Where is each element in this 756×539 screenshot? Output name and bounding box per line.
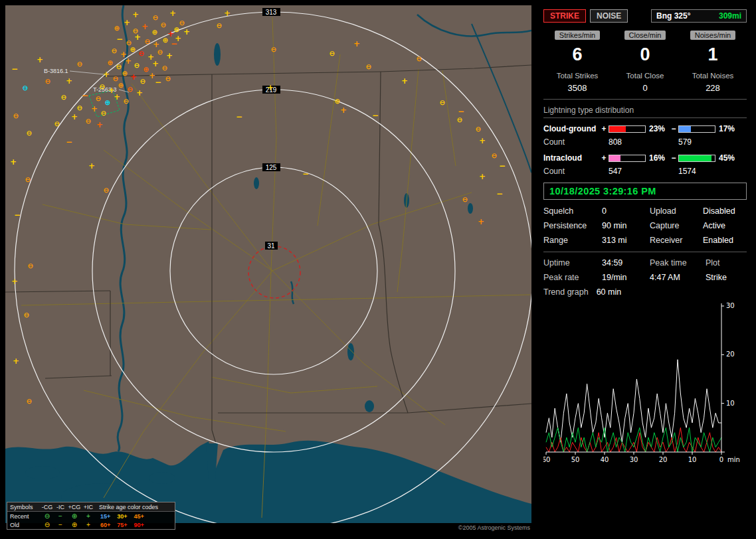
peak-time-value: 4:47 AM	[650, 273, 706, 282]
cloud-ground-row: Cloud-ground + 23% − 17%	[543, 124, 747, 133]
strike-symbol: −	[236, 112, 242, 121]
ring-label-313: 313	[266, 9, 277, 16]
strike-symbol: +	[175, 34, 181, 43]
strike-symbol: ⊖	[179, 19, 185, 27]
peak-rate-value: 19/min	[602, 273, 650, 282]
strike-symbol: +	[10, 157, 17, 167]
strike-symbol: −	[499, 161, 506, 171]
axis-tick-label: 40	[601, 456, 609, 463]
legend-old-label: Old	[10, 522, 41, 528]
squelch-value: 0	[602, 206, 650, 216]
strike-symbol: +	[183, 27, 190, 37]
ic-plus-bar	[609, 155, 646, 162]
strike-symbol: ⊖	[45, 77, 51, 85]
strike-symbol: ⊖	[128, 85, 134, 93]
total-close-value: 0	[611, 83, 679, 93]
ic-plus-percent: 16%	[648, 153, 669, 163]
close-per-min-badge: Close/min	[624, 31, 666, 40]
strike-symbol: ⊕	[122, 69, 128, 77]
uptime-label: Uptime	[543, 258, 602, 268]
age-code: 75+	[117, 522, 127, 528]
strike-symbol: +	[134, 33, 141, 42]
noises-per-min-badge: Noises/min	[690, 31, 735, 40]
axis-tick-label: 50	[571, 456, 580, 463]
trend-graph-chart: 3020106050403020100min	[543, 299, 747, 467]
total-noises-value: 228	[679, 83, 747, 93]
persistence-label: Persistence	[543, 221, 602, 230]
strike-symbol: ⊖	[492, 151, 498, 159]
strike-symbol: ⊖	[271, 45, 277, 53]
strike-symbol: −	[82, 91, 88, 100]
strike-mode-button[interactable]: STRIKE	[543, 9, 586, 23]
range-ring-label: 313	[262, 8, 280, 16]
age-codes-recent: 15+30+45+	[95, 513, 172, 520]
bearing-label: Bng 325°	[656, 11, 690, 21]
strike-symbol: −	[116, 35, 123, 44]
strike-symbol: +	[124, 18, 130, 27]
radar-map-area[interactable]: 313 219 125 31 B-3816.1 T-2563.3	[5, 5, 531, 534]
strikes-per-min-badge: Strikes/min	[555, 31, 600, 40]
old-pos-cg-icon: ⊕	[67, 520, 82, 529]
strike-symbol: ⊖	[457, 116, 463, 123]
trend-graph-window: 60 min	[597, 287, 622, 297]
recent-neg-cg-icon: ⊖	[41, 512, 54, 520]
old-neg-ic-icon: −	[54, 520, 67, 529]
trend-graph-background	[543, 299, 747, 467]
app-window: 313 219 125 31 B-3816.1 T-2563.3	[0, 0, 756, 539]
strike-symbol: −	[496, 189, 503, 198]
strike-symbol: ⊖	[134, 61, 140, 69]
strike-symbol: +	[353, 39, 360, 48]
strike-symbol: ⊖	[61, 93, 67, 101]
strike-symbol: ⊖	[217, 21, 223, 29]
age-code: 60+	[100, 522, 110, 528]
capture-status: Active	[703, 221, 747, 230]
strike-symbol: ⊕	[108, 58, 114, 66]
strike-symbol: ⊕	[152, 28, 158, 36]
noises-rate-column: Noises/min 1 Total Noises 228	[679, 31, 747, 93]
strike-symbol: ⊖	[24, 311, 30, 319]
strike-symbol: +	[340, 106, 347, 115]
range-value: 313 mi	[602, 236, 650, 245]
strike-symbol: +	[169, 9, 176, 18]
datetime-display: 10/18/2025 3:29:16 PM	[543, 183, 747, 200]
bearing-display: Bng 325° 309mi	[651, 9, 747, 23]
ic-minus-bar	[678, 155, 715, 162]
persistence-value: 90 min	[602, 221, 650, 230]
strike-symbol: +	[136, 88, 143, 98]
strike-symbol: +	[125, 56, 132, 66]
strike-symbol: +	[114, 92, 120, 102]
radar-map[interactable]: 313 219 125 31 B-3816.1 T-2563.3	[5, 5, 531, 523]
axis-tick-label: 30	[630, 456, 638, 463]
upload-label: Upload	[650, 206, 703, 216]
strike-symbol: ⊖	[145, 37, 151, 45]
uptime-grid: Uptime 34:59 Peak time Plot Peak rate 19…	[543, 258, 747, 282]
noises-per-min-value: 1	[679, 44, 747, 65]
map-legend: Symbols -CG -IC +CG +IC Strike age color…	[7, 502, 175, 530]
noise-mode-button[interactable]: NOISE	[590, 9, 628, 23]
strike-symbol: −	[458, 107, 464, 116]
strike-symbol: ⊖	[27, 129, 33, 137]
strikes-rate-column: Strikes/min 6 Total Strikes 3508	[543, 31, 611, 93]
plot-label: Plot	[706, 258, 747, 268]
strike-symbol: +	[37, 55, 43, 64]
strike-symbol: ⊖	[462, 195, 468, 203]
legend-symbols-header: Symbols	[10, 504, 41, 510]
intracloud-label: Intracloud	[543, 153, 599, 163]
total-close-label: Total Close	[611, 72, 679, 80]
strike-symbol: −	[155, 78, 161, 87]
strike-symbol: −	[66, 137, 72, 147]
recent-pos-cg-icon: ⊕	[67, 512, 82, 520]
strike-symbol: ⊖	[104, 186, 110, 194]
strike-symbol: ⊖	[476, 125, 482, 133]
strike-symbol: ⊕	[118, 81, 124, 89]
strike-symbol: +	[478, 217, 484, 226]
uptime-value: 34:59	[602, 258, 650, 268]
minus-sign: −	[671, 153, 676, 163]
axis-tick-label: 30	[726, 302, 735, 309]
strike-symbol: ⊖	[366, 62, 372, 70]
age-codes-old: 60+75+90+	[95, 522, 172, 528]
cg-plus-bar	[609, 125, 646, 133]
strike-symbol: −	[372, 111, 379, 120]
cg-minus-percent: 17%	[717, 124, 739, 133]
strike-symbol: +	[166, 51, 173, 60]
